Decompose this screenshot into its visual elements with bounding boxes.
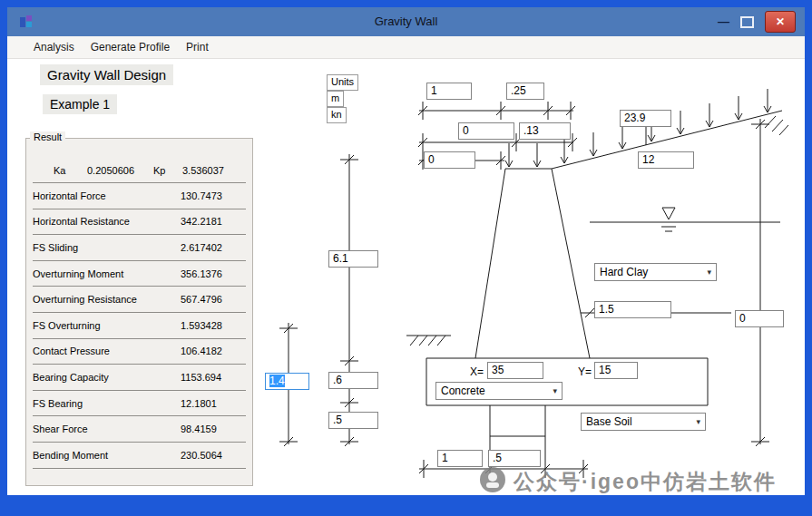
units-force: kn — [327, 107, 347, 123]
input-y-coordinate[interactable]: 15 — [594, 362, 638, 379]
ka-value: 0.2050606 — [87, 165, 153, 176]
dropdown-base-soil[interactable]: Base Soil ▾ — [581, 413, 706, 431]
input-right-offset[interactable]: 0 — [735, 310, 784, 327]
input-left-offset[interactable]: 0 — [424, 151, 475, 169]
input-dim-row2-2[interactable]: .13 — [519, 122, 571, 140]
dropdown-wall-material[interactable]: Concrete ▾ — [435, 382, 563, 400]
input-dim-row2-1[interactable]: 0 — [458, 122, 514, 140]
result-row: Bending Moment230.5064 — [33, 443, 246, 469]
chevron-down-icon: ▾ — [707, 268, 711, 277]
input-slope-length[interactable]: 12 — [638, 151, 694, 169]
result-row: Overturning Moment356.1376 — [33, 261, 246, 287]
input-footing-thickness[interactable]: .6 — [328, 372, 378, 389]
result-row: Shear Force98.4159 — [33, 416, 246, 443]
result-row: Bearing Capacity1153.694 — [33, 365, 246, 391]
input-dim-bottom-1[interactable]: 1 — [437, 450, 483, 467]
kp-label: Kp — [153, 165, 182, 176]
titlebar: Gravity Wall — ✕ — [7, 7, 805, 36]
menubar: Analysis Generate Profile Print — [7, 36, 805, 59]
window-title: Gravity Wall — [7, 15, 805, 28]
result-panel: Result Ka 0.2050606 Kp 3.536037 Horizont… — [25, 138, 253, 486]
result-row: FS Bearing12.1801 — [33, 391, 246, 417]
input-dim-bottom-2[interactable]: .5 — [488, 450, 541, 467]
menu-generate-profile[interactable]: Generate Profile — [83, 41, 178, 54]
input-stem-height[interactable]: 6.1 — [328, 250, 378, 268]
ka-label: Ka — [54, 165, 87, 176]
units-length: m — [327, 91, 344, 107]
menu-analysis[interactable]: Analysis — [25, 41, 83, 54]
chevron-down-icon: ▾ — [696, 417, 700, 426]
dropdown-retained-soil[interactable]: Hard Clay ▾ — [594, 263, 717, 281]
input-key-depth[interactable]: .5 — [328, 412, 378, 429]
input-surcharge[interactable]: 23.9 — [620, 110, 671, 127]
chevron-down-icon: ▾ — [553, 386, 557, 395]
maximize-button[interactable] — [740, 16, 754, 28]
result-row: FS Sliding2.617402 — [33, 235, 246, 261]
result-row: Overturning Resistance567.4796 — [33, 287, 246, 313]
page-title: Gravity Wall Design — [40, 64, 173, 85]
kp-value: 3.536037 — [182, 165, 246, 176]
input-dim-top-1[interactable]: 1 — [426, 83, 472, 100]
menu-print[interactable]: Print — [178, 41, 217, 54]
example-label: Example 1 — [43, 94, 117, 114]
x-label: X= — [470, 365, 484, 378]
units-label: Units — [327, 74, 358, 91]
result-row: Horizontal Force130.7473 — [33, 183, 246, 209]
input-x-coordinate[interactable]: 35 — [487, 362, 543, 379]
close-button[interactable]: ✕ — [765, 11, 796, 33]
input-toe-extension[interactable]: 1.5 — [594, 301, 671, 318]
input-dim-top-2[interactable]: .25 — [506, 83, 544, 100]
result-row: FS Overturning1.593428 — [33, 313, 246, 339]
result-row: Horizontal Resistance342.2181 — [33, 209, 246, 236]
y-label: Y= — [578, 365, 592, 378]
input-embedment-depth[interactable]: 1.4 — [265, 373, 309, 390]
result-row: Contact Pressure106.4182 — [33, 339, 246, 365]
result-legend: Result — [30, 131, 65, 142]
result-ka-kp-row: Ka 0.2050606 Kp 3.536037 — [33, 159, 246, 183]
minimize-button[interactable]: — — [718, 12, 729, 32]
